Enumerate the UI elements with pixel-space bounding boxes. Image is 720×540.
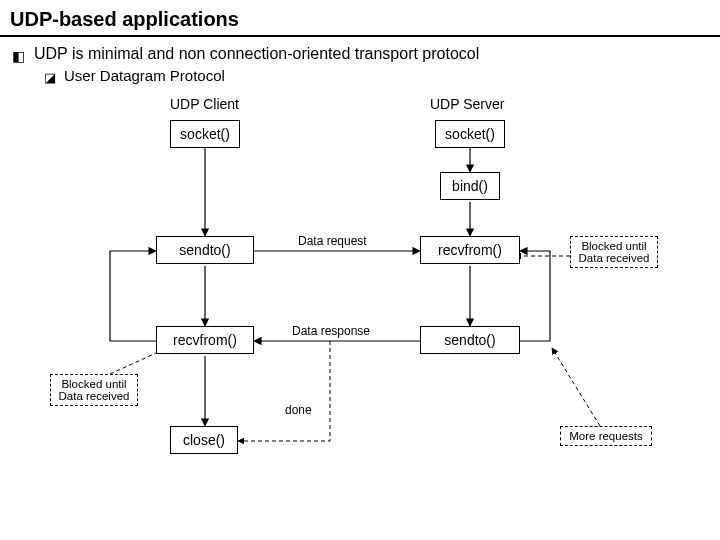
server-sendto-node: sendto() [420,326,520,354]
client-header: UDP Client [170,96,239,112]
server-blocked-note: Blocked until Data received [570,236,658,268]
square-bullet-icon: ◧ [12,48,25,64]
bullet-point-2: ◪ User Datagram Protocol [44,67,720,84]
server-bind-node: bind() [440,172,500,200]
client-blocked-note: Blocked until Data received [50,374,138,406]
client-close-node: close() [170,426,238,454]
bullet-2-text: User Datagram Protocol [64,67,225,84]
svg-line-10 [552,348,600,426]
bullet-1-text: UDP is minimal and non connection-orient… [34,45,479,62]
flow-diagram: UDP Client UDP Server socket() sendto() … [70,96,670,506]
data-response-label: Data response [292,324,370,338]
done-label: done [285,403,312,417]
server-socket-node: socket() [435,120,505,148]
bullet-point-1: ◧ UDP is minimal and non connection-orie… [12,45,720,63]
data-request-label: Data request [298,234,367,248]
client-recvfrom-node: recvfrom() [156,326,254,354]
server-header: UDP Server [430,96,504,112]
square-bullet-icon: ◪ [44,70,56,85]
page-title: UDP-based applications [0,0,720,37]
client-socket-node: socket() [170,120,240,148]
more-requests-note: More requests [560,426,652,446]
server-recvfrom-node: recvfrom() [420,236,520,264]
client-sendto-node: sendto() [156,236,254,264]
